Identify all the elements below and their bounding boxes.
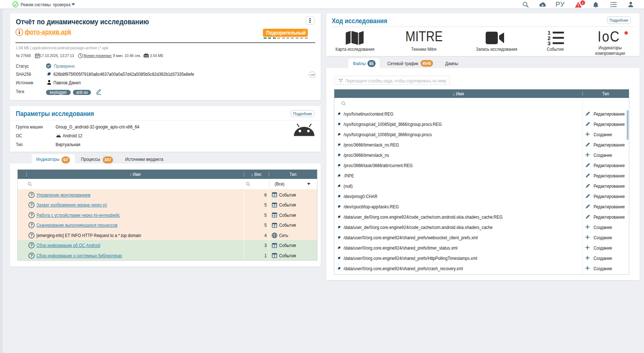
- svg-text:?: ?: [30, 202, 33, 207]
- svg-text:?: ?: [30, 193, 33, 197]
- svg-text:3: 3: [548, 40, 550, 45]
- svg-text:?: ?: [30, 233, 33, 237]
- svg-text:?: ?: [30, 243, 33, 247]
- svg-text:?: ?: [30, 253, 33, 258]
- svg-text:?: ?: [30, 213, 33, 217]
- svg-text:?: ?: [30, 223, 33, 227]
